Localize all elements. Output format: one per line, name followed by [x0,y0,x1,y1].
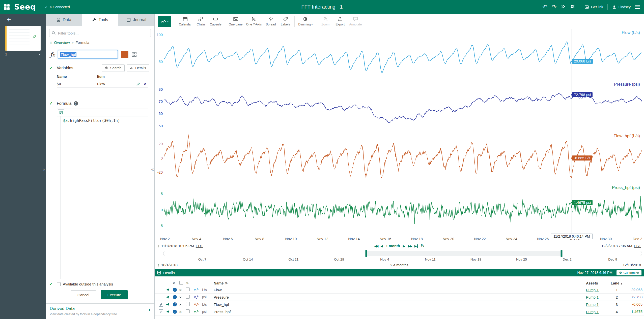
checkbox[interactable] [57,282,61,286]
one-lane-button[interactable]: One Lane [227,16,244,26]
table-view-icon[interactable] [639,277,642,280]
remove-variable-icon[interactable]: × [144,82,146,86]
display-range-end[interactable]: 12/2/2018 7:06 AM [601,244,632,248]
worksheet-thumbnail[interactable] [5,26,41,51]
hamburger-menu-icon[interactable] [635,4,640,10]
row-checkbox[interactable] [186,288,190,291]
search-variables-button[interactable]: Search [102,64,125,72]
column-lane[interactable]: Lane ▲ [609,281,624,285]
remove-icon[interactable]: × [179,288,186,292]
timezone-link[interactable]: EDT [196,244,203,248]
trend-lane[interactable]: 200-20 Flow_hpf (L/s) -6.665 L/s [155,132,644,184]
investigate-duration[interactable]: 2.4 months [390,263,408,267]
add-worksheet-button[interactable]: + [0,14,18,24]
customize-button[interactable]: ⚙ Customize [617,270,641,275]
investigate-start[interactable]: 10/1/2018 [161,263,178,267]
sort-icon[interactable]: ⇅ [186,281,194,285]
details-variables-button[interactable]: Details [127,64,149,72]
undo-icon[interactable]: ↶ [543,4,547,10]
color-swatch-button[interactable] [121,51,128,58]
chain-button[interactable]: Chain [193,16,208,26]
info-icon[interactable]: i [173,295,177,299]
step-forward-fast-icon[interactable]: ▶▶ [408,244,412,248]
selected-range[interactable] [366,251,562,256]
connection-status[interactable]: ✓ 4 Connected [45,5,70,9]
filter-tools-input[interactable] [49,29,151,37]
cancel-button[interactable]: Cancel [71,290,96,299]
formula-doc-icon[interactable] [58,109,64,116]
get-link-button[interactable]: Get link [584,5,603,9]
export-button[interactable]: Export [333,16,347,26]
asset-link[interactable]: Pump 1 [586,303,599,307]
collapse-panel-icon[interactable]: « [151,166,154,172]
execute-button[interactable]: Execute [101,290,128,299]
column-assets[interactable]: Assets [586,281,609,285]
range-handle-left[interactable] [365,250,367,257]
home-icon[interactable]: ⌂ [50,40,52,45]
chevron-down-icon[interactable]: ▾ [39,52,40,56]
display-range-start[interactable]: 11/1/2018 10:06 PM [161,244,194,248]
dimming-button[interactable]: Dimming▾ [296,16,314,26]
item-grid-icon[interactable] [131,52,137,57]
step-back-icon[interactable]: ◀ [380,244,383,248]
info-icon[interactable]: i [173,288,177,292]
step-size-label[interactable]: 1 month [386,244,400,248]
asset-link[interactable]: Pump 1 [586,310,599,314]
labels-button[interactable]: Labels [278,16,293,26]
range-handle-right[interactable] [561,250,563,257]
one-y-axis-button[interactable]: One Y-Axis [244,16,264,26]
edit-variable-icon[interactable] [136,82,140,86]
breadcrumb-overview-link[interactable]: Overview [54,40,70,45]
refresh-icon[interactable]: ↻ [421,244,425,248]
edit-formula-icon[interactable] [159,302,163,307]
investigate-end[interactable]: 12/13/2018 [623,263,641,267]
row-checkbox[interactable] [186,295,190,299]
row-checkbox[interactable] [186,309,190,313]
send-icon[interactable] [166,303,173,306]
step-forward-icon[interactable]: ▶ [403,244,405,248]
signal-name[interactable]: Flow_hpf [214,302,586,307]
row-checkbox[interactable] [186,302,190,306]
signal-name[interactable]: Pressure [214,295,586,299]
calendar-button[interactable]: Calendar [177,16,193,26]
asset-link[interactable]: Pump 1 [586,295,599,299]
step-to-now-icon[interactable]: ▶ [414,244,418,248]
forward-icon[interactable] [561,4,565,10]
collapse-worksheets-icon[interactable]: « [43,166,45,172]
signal-name[interactable]: Flow [214,288,586,292]
asset-link[interactable]: Pump 1 [586,288,599,292]
remove-all-icon[interactable]: × [173,281,179,285]
step-back-fast-icon[interactable]: ◀◀ [374,244,378,248]
send-icon[interactable] [166,295,173,299]
signal-name[interactable]: Press_hpf [214,310,586,314]
sort-icon[interactable]: ⇅ [225,281,228,285]
redo-icon[interactable]: ↷ [552,4,556,10]
capsule-button[interactable]: Capsule [208,16,223,26]
user-menu[interactable]: Lindsey [612,5,631,9]
tab-data[interactable]: Data [46,14,82,26]
tab-tools[interactable]: Tools [82,14,118,26]
apps-grid-icon[interactable] [4,4,10,10]
trend-lane[interactable]: 50-5 Press_hpf (psi) 1.4675 psi [155,184,644,236]
timezone-link[interactable]: EST [634,244,641,248]
formula-name-input[interactable]: Flow_hpf [58,50,118,59]
investigate-start-icon[interactable]: ↑ [158,263,159,267]
derived-data-panel[interactable]: Derived Data › View data created by tool… [46,303,154,319]
overview-timeline[interactable] [163,251,642,256]
edit-formula-icon[interactable] [159,309,163,314]
spread-button[interactable]: Spread [263,16,278,26]
available-outside-checkbox[interactable]: Available outside this analysis [57,282,113,286]
range-start-icon[interactable]: ↓ [158,244,159,248]
collaborate-users-icon[interactable] [570,4,576,10]
select-all-checkbox[interactable] [179,281,183,285]
help-icon[interactable]: ? [74,101,78,106]
info-icon[interactable]: i [173,310,177,314]
info-icon[interactable]: i [173,302,177,306]
trend-lane[interactable]: 80706050 Pressure (psi) 72.798 psi [155,81,644,132]
send-icon[interactable] [166,288,173,292]
remove-icon[interactable]: × [179,303,186,306]
tab-journal[interactable]: Journal [118,14,154,26]
trend-lane[interactable]: 10050 Flow (L/s) 29.068 L/s [155,29,644,81]
code-area[interactable]: $a.highPassFilter(30h,1h) [57,116,148,279]
send-icon[interactable] [166,310,173,314]
